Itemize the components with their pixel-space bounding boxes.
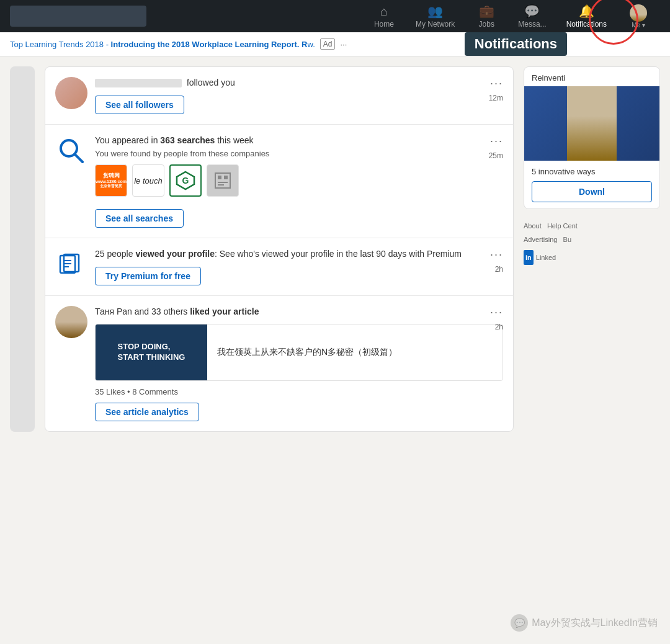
- svg-rect-5: [218, 176, 221, 179]
- company-logo-1: 赏聘网 www.1280.com 北京常晋简历: [95, 164, 127, 197]
- notif-searches-meta: ··· 25m: [489, 135, 503, 160]
- main-layout: followed you See all followers ··· 12m: [0, 56, 670, 442]
- nav-item-me-label: Me ▾: [632, 22, 645, 29]
- sidebar-ad-body: 5 innovative ways Downl: [524, 161, 659, 208]
- profile-main: 25 people: [95, 249, 135, 259]
- profile-views-icon: [55, 248, 87, 280]
- footer-link-about[interactable]: About: [524, 222, 542, 230]
- sidebar-ad: Reinventi 5 innovative ways Downl: [524, 66, 660, 209]
- notif-searches-content: You appeared in 363 searches this week Y…: [95, 135, 503, 228]
- company-logo-2: le touch: [132, 164, 164, 197]
- notif-profile-meta: ··· 2h: [490, 248, 503, 274]
- article-preview[interactable]: STOP DOING,START THINKING 我在领英上从来不缺客户的N多…: [95, 324, 503, 381]
- sidebar-ad-person: [567, 86, 617, 161]
- see-all-searches-button[interactable]: See all searches: [95, 209, 184, 228]
- follower-time: 12m: [489, 94, 503, 102]
- navbar: ⌂ Home 👥 My Network 💼 Jobs 💬 Messa... 🔔 …: [0, 0, 670, 32]
- notifications-bell-icon: 🔔: [579, 4, 594, 19]
- notification-article-likes: Таня Pan and 33 others liked your articl…: [45, 296, 513, 432]
- nav-item-home[interactable]: ⌂ Home: [362, 0, 406, 32]
- notif-searches-text: You appeared in 363 searches this week: [95, 135, 503, 147]
- nav-item-messaging-label: Messa...: [518, 20, 546, 29]
- ad-suffix: w.: [307, 40, 315, 49]
- svg-rect-7: [218, 182, 228, 183]
- svg-rect-6: [224, 176, 228, 179]
- profile-more-icon[interactable]: ···: [490, 248, 503, 261]
- linkedin-logo-box: in: [524, 250, 534, 265]
- searches-time: 25m: [489, 151, 503, 160]
- watermark-icon: 💬: [511, 614, 528, 632]
- sidebar-ad-image: [524, 86, 659, 161]
- searches-suffix: this week: [215, 135, 253, 145]
- search-notif-icon: [55, 135, 87, 167]
- notif-profile-content: 25 people viewed your profile: See who's…: [95, 248, 503, 285]
- notification-searches: You appeared in 363 searches this week Y…: [45, 125, 513, 239]
- ad-link-text: Top Learning Trends 2018 -: [10, 40, 109, 49]
- article-thumbnail-text: STOP DOING,START THINKING: [113, 337, 190, 368]
- nav-item-jobs[interactable]: 💼 Jobs: [465, 0, 508, 32]
- notif-follower-meta: ··· 12m: [489, 77, 503, 102]
- notif-article-content: Таня Pan and 33 others liked your articl…: [95, 306, 503, 422]
- follower-avatar: [55, 77, 87, 109]
- article-stats: 35 Likes • 8 Comments: [95, 387, 503, 396]
- nav-item-home-label: Home: [374, 20, 394, 29]
- ad-banner-link[interactable]: Top Learning Trends 2018 - Introducing t…: [10, 40, 315, 49]
- watermark: 💬 May外贸实战与LinkedIn营销: [511, 614, 658, 632]
- left-panel: [10, 66, 35, 432]
- linkedin-logo: in Linked: [524, 250, 660, 265]
- notification-follower: followed you See all followers ··· 12m: [45, 67, 513, 125]
- try-premium-button[interactable]: Try Premium for free: [95, 267, 201, 285]
- nav-item-mynetwork[interactable]: 👥 My Network: [406, 0, 465, 32]
- notif-profile-header: 25 people viewed your profile: See who's…: [55, 248, 503, 285]
- footer-link-help[interactable]: Help Cent: [547, 222, 578, 230]
- article-main: Таня Pan and 33 others: [95, 306, 190, 316]
- ad-bold-text: Introducing the 2018 Workplace Learning …: [109, 40, 307, 49]
- notif-article-text: Таня Pan and 33 others liked your articl…: [95, 306, 503, 318]
- right-sidebar: Reinventi 5 innovative ways Downl About …: [524, 66, 660, 432]
- nav-items: ⌂ Home 👥 My Network 💼 Jobs 💬 Messa... 🔔 …: [362, 0, 660, 32]
- profile-time: 2h: [495, 265, 503, 274]
- nav-item-notifications[interactable]: 🔔 Notifications: [556, 0, 617, 32]
- nav-item-avatar[interactable]: Me ▾: [617, 0, 660, 32]
- svg-text:G: G: [182, 176, 189, 186]
- sidebar-download-button[interactable]: Downl: [532, 181, 652, 202]
- searches-more-icon[interactable]: ···: [490, 135, 503, 148]
- company-logo-3: G: [169, 164, 202, 197]
- profile-suffix: : See who's viewed your profile in the l…: [215, 249, 462, 259]
- ad-more-icon[interactable]: ···: [340, 40, 347, 49]
- mynetwork-icon: 👥: [427, 4, 443, 19]
- see-all-followers-button[interactable]: See all followers: [95, 96, 184, 114]
- notif-article-header: Таня Pan and 33 others liked your articl…: [55, 306, 503, 422]
- searches-count: 363 searches: [160, 135, 215, 145]
- sidebar-footer: About Help Cent Advertising Bu in Linked: [524, 219, 660, 265]
- notif-profile-text: 25 people viewed your profile: See who's…: [95, 248, 503, 261]
- article-more-icon[interactable]: ···: [490, 306, 503, 319]
- searches-main: You appeared in: [95, 135, 160, 145]
- ad-banner: Top Learning Trends 2018 - Introducing t…: [0, 32, 670, 56]
- article-highlight: liked your article: [190, 306, 259, 316]
- follower-more-icon[interactable]: ···: [490, 77, 503, 90]
- sidebar-ad-text: 5 innovative ways: [532, 167, 652, 176]
- searches-sub: You were found by people from these comp…: [95, 149, 503, 158]
- nav-item-mynetwork-label: My Network: [416, 20, 455, 29]
- nav-item-messaging[interactable]: 💬 Messa...: [508, 0, 556, 32]
- svg-rect-4: [215, 173, 230, 188]
- notif-follower-content: followed you See all followers: [95, 77, 503, 114]
- notification-profile-views: 25 people viewed your profile: See who's…: [45, 238, 513, 296]
- notifications-tooltip-label: Notifications: [465, 32, 567, 56]
- svg-line-1: [75, 154, 83, 162]
- messaging-icon: 💬: [524, 4, 540, 19]
- jobs-icon: 💼: [479, 4, 494, 19]
- notif-follower-text: followed you: [95, 77, 503, 89]
- article-time: 2h: [495, 323, 503, 331]
- company-logos-row: 赏聘网 www.1280.com 北京常晋简历 le touch G: [95, 164, 503, 197]
- footer-link-advertising[interactable]: Advertising: [524, 236, 557, 243]
- sidebar-ad-header: Reinventi: [524, 67, 659, 86]
- article-thumbnail: STOP DOING,START THINKING: [96, 324, 207, 380]
- svg-rect-8: [218, 184, 224, 186]
- search-box[interactable]: [10, 6, 146, 27]
- article-liker-avatar: [55, 306, 87, 338]
- follower-name-blur: [95, 79, 182, 87]
- see-article-analytics-button[interactable]: See article analytics: [95, 403, 199, 421]
- footer-link-bu[interactable]: Bu: [563, 236, 571, 243]
